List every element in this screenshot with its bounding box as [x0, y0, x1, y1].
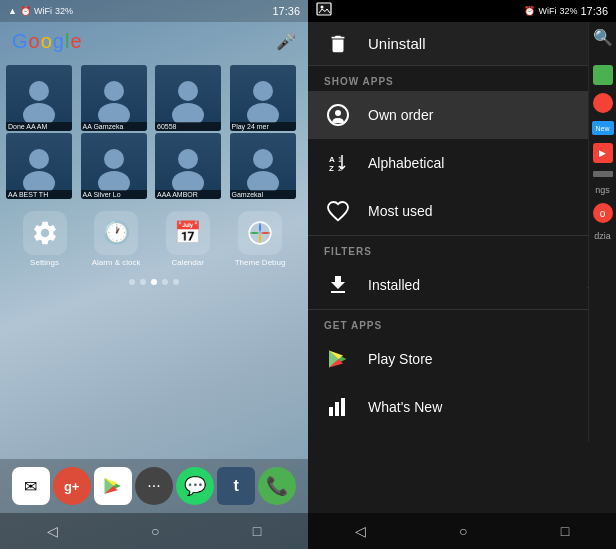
most-used-icon — [322, 195, 354, 227]
contact-cell-2[interactable]: 60558 — [155, 65, 221, 131]
contact-label-1: AA Gamzeka — [81, 122, 147, 131]
battery-icon: 32% — [55, 6, 73, 16]
svg-rect-26 — [329, 407, 333, 416]
bottom-apps-bar: ✉ g+ ··· 💬 t 📞 — [0, 459, 308, 513]
home-button-right[interactable]: ○ — [459, 523, 467, 539]
right-panel: ⏰ WiFi 32% 17:36 Uninstall SHOW APPS Own… — [308, 0, 616, 549]
menu-item-own-order[interactable]: Own order — [308, 91, 616, 139]
installed-label: Installed — [368, 277, 588, 293]
contact-cell-4[interactable]: AA BEST TH — [6, 133, 72, 199]
menu-item-alphabetical[interactable]: A Z 1 2 Alphabetical — [308, 139, 616, 187]
google-plus-app[interactable]: g+ — [53, 467, 91, 505]
contact-cell-5[interactable]: AA Silver Lo — [81, 133, 147, 199]
green-app-strip — [593, 65, 613, 85]
svg-point-2 — [104, 81, 124, 101]
mic-icon[interactable]: 🎤 — [276, 32, 296, 52]
recents-button-left[interactable]: □ — [253, 523, 261, 539]
dot-3[interactable] — [162, 279, 168, 285]
theme-debug-icon — [247, 220, 273, 246]
whats-new-icon — [322, 391, 354, 423]
dot-0[interactable] — [129, 279, 135, 285]
signal-icon: ▲ — [8, 6, 17, 16]
svg-point-8 — [29, 149, 49, 169]
launcher-menu-app[interactable]: ··· — [135, 467, 173, 505]
home-button-left[interactable]: ○ — [151, 523, 159, 539]
status-bar-right: ⏰ WiFi 32% 17:36 — [308, 0, 616, 22]
svg-point-0 — [29, 81, 49, 101]
phone-app[interactable]: 📞 — [258, 467, 296, 505]
svg-text:1: 1 — [338, 156, 342, 163]
app-row: Settings 🕐 Alarm & clock 📅 Calendar — [0, 203, 308, 271]
youtube-strip: ▶ — [593, 143, 613, 163]
sort-alpha-icon: A Z 1 2 — [326, 151, 350, 175]
svg-point-14 — [253, 149, 273, 169]
search-icon-strip[interactable]: 🔍 — [593, 28, 613, 47]
person-icon-0 — [14, 73, 64, 123]
settings-label: Settings — [30, 258, 59, 267]
dot-2-active[interactable] — [151, 279, 157, 285]
recents-button-right[interactable]: □ — [561, 523, 569, 539]
page-dots — [0, 271, 308, 293]
play-store-app[interactable] — [94, 467, 132, 505]
alarm-icon: ⏰ — [20, 6, 31, 16]
svg-point-10 — [104, 149, 124, 169]
svg-text:2: 2 — [338, 165, 342, 172]
gmail-app[interactable]: ✉ — [12, 467, 50, 505]
menu-item-installed[interactable]: Installed 41 — [308, 261, 616, 309]
right-side-strip: 🔍 New ▶ ngs o dzia — [588, 22, 616, 442]
contact-label-5: AA Silver Lo — [81, 190, 147, 199]
alphabetical-label: Alphabetical — [368, 155, 602, 171]
svg-point-6 — [253, 81, 273, 101]
svg-text:Z: Z — [329, 164, 334, 173]
menu-item-most-used[interactable]: Most used — [308, 187, 616, 235]
svg-point-5 — [172, 103, 204, 123]
new-badge-strip: New — [592, 121, 614, 135]
theme-debug-app[interactable]: Theme Debug — [235, 211, 286, 267]
whatsapp-app[interactable]: 💬 — [176, 467, 214, 505]
svg-point-15 — [247, 171, 279, 191]
sep-strip — [593, 171, 613, 177]
contact-cell-0[interactable]: Done AA AM — [6, 65, 72, 131]
own-order-label: Own order — [368, 107, 602, 123]
whats-new-label: What's New — [368, 399, 602, 415]
back-button-left[interactable]: ◁ — [47, 523, 58, 539]
dot-1[interactable] — [140, 279, 146, 285]
dzia-strip-label: dzia — [594, 231, 611, 241]
svg-rect-28 — [341, 398, 345, 416]
left-panel: ▲ ⏰ WiFi 32% 17:36 Google 🎤 Done AA AM — [0, 0, 308, 549]
dot-4[interactable] — [173, 279, 179, 285]
settings-app[interactable]: Settings — [23, 211, 67, 267]
red-o-strip: o — [593, 203, 613, 223]
tumblr-app[interactable]: t — [217, 467, 255, 505]
calendar-label: Calendar — [171, 258, 203, 267]
calendar-app[interactable]: 📅 Calendar — [166, 211, 210, 267]
contact-cell-3[interactable]: Play 24 mer — [230, 65, 296, 131]
uninstall-bar[interactable]: Uninstall — [308, 22, 616, 66]
menu-item-play-store[interactable]: Play Store — [308, 335, 616, 383]
phone-icon: 📞 — [266, 475, 288, 497]
trash-icon — [322, 28, 354, 60]
contact-avatar-1 — [89, 73, 139, 123]
contact-grid: Done AA AM AA Gamzeka 60558 Play 24 mer … — [0, 61, 308, 203]
menu-item-whats-new[interactable]: What's New — [308, 383, 616, 431]
show-apps-header: SHOW APPS — [308, 66, 616, 91]
svg-point-9 — [23, 171, 55, 191]
bar-chart-icon — [326, 395, 350, 419]
uninstall-label: Uninstall — [368, 35, 426, 52]
back-button-right[interactable]: ◁ — [355, 523, 366, 539]
contact-cell-6[interactable]: AAA AMBOR — [155, 133, 221, 199]
contact-avatar-4 — [14, 141, 64, 191]
right-nav-bar: ◁ ○ □ — [308, 513, 616, 549]
contact-avatar-6 — [163, 141, 213, 191]
wifi-icon: WiFi — [34, 6, 52, 16]
filters-header: FILTERS — [308, 236, 616, 261]
alarm-icon: 🕐 — [103, 220, 130, 246]
contact-cell-7[interactable]: Gamzekal — [230, 133, 296, 199]
right-status-left-icon — [316, 2, 332, 20]
alarm-app[interactable]: 🕐 Alarm & clock — [92, 211, 141, 267]
contact-cell-1[interactable]: AA Gamzeka — [81, 65, 147, 131]
contact-label-6: AAA AMBOR — [155, 190, 221, 199]
svg-point-11 — [98, 171, 130, 191]
google-plus-icon: g+ — [64, 479, 80, 494]
contact-label-2: 60558 — [155, 122, 221, 131]
